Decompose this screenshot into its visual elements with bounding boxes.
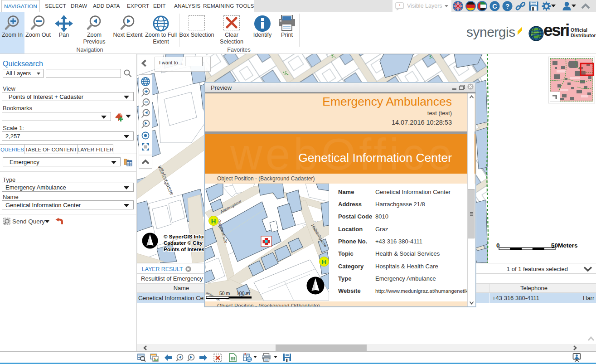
svg-text:H: H [322,258,327,266]
svg-text:H: H [211,217,216,225]
svg-text:Cadaster © City of: Cadaster © City of [164,240,209,246]
svg-text:C: C [492,3,497,10]
svg-text:?: ? [505,2,509,10]
svg-text:© SynerGIS Inform: © SynerGIS Inform [164,234,210,239]
svg-text:50 m: 50 m [219,291,230,296]
svg-text:100 m: 100 m [237,291,250,296]
